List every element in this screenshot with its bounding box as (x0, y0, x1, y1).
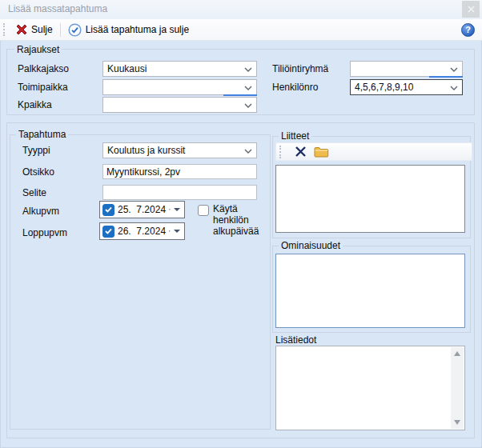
open-attachment-button[interactable] (314, 146, 329, 158)
chevron-down-icon (244, 103, 252, 108)
kpaikka-combobox[interactable] (102, 97, 257, 113)
liitteet-listbox[interactable] (275, 165, 465, 233)
alkupvm-datepicker[interactable]: 25. 7.2024 (99, 201, 185, 218)
help-icon[interactable]: ? (461, 23, 475, 37)
check-circle-icon (68, 23, 82, 37)
scroll-down-arrow-icon[interactable] (454, 420, 460, 425)
alkupvm-checkbox[interactable] (102, 204, 114, 216)
tyyppi-combobox[interactable]: Koulutus ja kurssit (102, 142, 257, 158)
window-close-button[interactable] (462, 1, 480, 18)
palkkajakso-combobox[interactable]: Kuukausi (102, 61, 257, 77)
kpaikka-label: Kpaikka (18, 99, 52, 110)
delete-x-icon (295, 146, 307, 158)
rajaukset-legend: Rajaukset (14, 44, 62, 55)
kayta-henkilon-alkupaivaa-label: Käytä henkilön alkupäivää (213, 203, 267, 237)
liitteet-toolbar-grip (279, 146, 283, 158)
henkilonro-combobox[interactable]: 4,5,6,7,8,9,10 (350, 79, 463, 95)
tapahtuma-legend: Tapahtuma (16, 129, 68, 140)
tiliointiryhma-label: Tiliöintiryhmä (272, 63, 328, 74)
date-dropdown-arrow-icon[interactable] (174, 230, 180, 233)
otsikko-label: Otsikko (22, 166, 54, 178)
close-icon (468, 6, 475, 13)
liitteet-legend: Liitteet (279, 130, 311, 142)
kayta-henkilon-alkupaivaa-checkbox[interactable] (198, 205, 209, 216)
lisaa-tapahtuma-ja-sulje-button[interactable]: Lisää tapahtuma ja sulje (63, 21, 194, 39)
tyyppi-value: Koulutus ja kurssit (107, 145, 185, 156)
sulje-button-label: Sulje (31, 24, 53, 35)
henkilonro-label: Henkilönro (272, 82, 318, 93)
selite-input[interactable] (102, 185, 257, 200)
check-icon (105, 228, 112, 234)
henkilonro-value: 4,5,6,7,8,9,10 (355, 82, 413, 93)
scroll-up-arrow-icon[interactable] (454, 351, 460, 356)
loppupvm-datepicker[interactable]: 26. 7.2024 (99, 222, 185, 240)
main-toolbar: Sulje Lisää tapahtuma ja sulje ? (0, 19, 482, 41)
toimipaikka-combobox[interactable] (102, 79, 257, 95)
sulje-button[interactable]: Sulje (11, 22, 58, 38)
calendar-icon (169, 226, 171, 236)
lisatiedot-textarea[interactable] (275, 346, 465, 430)
lisatiedot-label: Lisätiedot (275, 334, 316, 346)
calendar-icon (169, 205, 171, 214)
chevron-down-icon (450, 86, 458, 90)
titlebar: Lisää massatapahtuma (0, 0, 482, 19)
tiliointiryhma-combobox[interactable] (350, 61, 463, 77)
date-dropdown-arrow-icon[interactable] (174, 208, 180, 211)
otsikko-input[interactable] (102, 164, 257, 179)
ominaisuudet-legend: Ominaisuudet (279, 240, 343, 251)
loppupvm-label: Loppupvm (22, 227, 67, 238)
window-title: Lisää massatapahtuma (8, 3, 107, 14)
chevron-down-icon (244, 67, 252, 72)
dialog-lisaa-massatapahtuma: Lisää massatapahtuma Sulje Lisää tapahtu… (0, 0, 482, 448)
red-x-icon (16, 24, 27, 35)
toolbar-grip (3, 23, 7, 36)
liitteet-toolbar (275, 142, 472, 161)
toimipaikka-label: Toimipaikka (18, 82, 68, 93)
lisaa-button-label: Lisää tapahtuma ja sulje (86, 24, 189, 35)
alkupvm-value: 25. 7.2024 (118, 204, 166, 215)
remove-attachment-button[interactable] (295, 146, 307, 158)
chevron-down-icon (244, 86, 252, 90)
palkkajakso-value: Kuukausi (107, 63, 147, 74)
chevron-down-icon (244, 149, 252, 154)
selite-label: Selite (22, 187, 46, 198)
lisatiedot-scrollbar[interactable] (451, 347, 464, 429)
toolbar-separator (60, 23, 61, 37)
chevron-down-icon (450, 67, 458, 72)
check-icon (105, 206, 112, 213)
ominaisuudet-listbox[interactable] (275, 254, 465, 328)
loppupvm-value: 26. 7.2024 (118, 226, 166, 237)
loppupvm-checkbox[interactable] (102, 226, 114, 238)
palkkajakso-label: Palkkajakso (18, 63, 69, 74)
alkupvm-label: Alkupvm (22, 206, 59, 217)
tyyppi-label: Tyyppi (22, 145, 50, 156)
folder-icon (314, 146, 329, 158)
